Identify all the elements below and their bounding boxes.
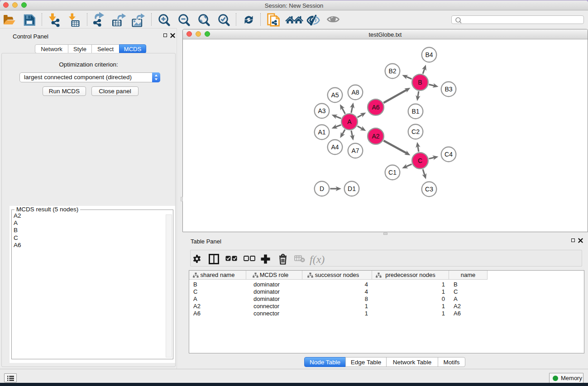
svg-text:B3: B3 [445, 86, 452, 93]
svg-text:C4: C4 [445, 151, 453, 158]
svg-text:C2: C2 [411, 128, 420, 135]
svg-text:A6: A6 [372, 104, 379, 111]
svg-text:A1: A1 [318, 129, 325, 136]
svg-text:B: B [418, 79, 422, 86]
svg-text:A3: A3 [318, 107, 325, 114]
svg-text:C1: C1 [388, 169, 397, 176]
svg-text:A7: A7 [351, 147, 359, 154]
svg-text:B1: B1 [411, 108, 419, 115]
svg-text:C3: C3 [425, 186, 433, 193]
svg-text:B4: B4 [425, 51, 433, 58]
svg-text:A8: A8 [351, 89, 359, 96]
svg-text:A2: A2 [372, 133, 379, 140]
svg-text:D1: D1 [348, 185, 356, 192]
svg-text:D: D [320, 185, 324, 192]
svg-text:C: C [418, 157, 422, 164]
svg-text:A5: A5 [331, 91, 339, 99]
svg-text:A4: A4 [331, 143, 339, 151]
svg-text:B2: B2 [388, 67, 396, 75]
svg-text:A: A [347, 118, 352, 125]
